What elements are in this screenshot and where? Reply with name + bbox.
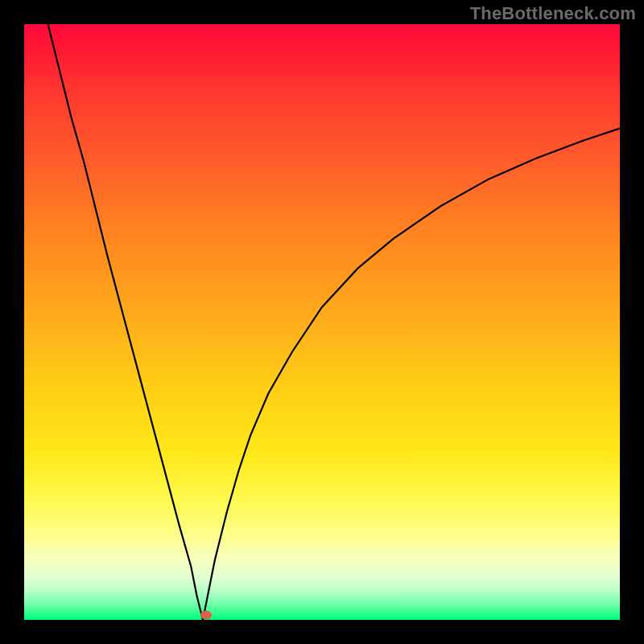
curve-left-branch [48, 24, 203, 620]
curve-right-branch [203, 129, 620, 621]
outer-frame: TheBottleneck.com [0, 0, 644, 644]
curve-layer [24, 24, 620, 620]
plot-area [24, 24, 620, 620]
watermark-text: TheBottleneck.com [470, 3, 636, 24]
minimum-marker-icon [200, 611, 212, 620]
